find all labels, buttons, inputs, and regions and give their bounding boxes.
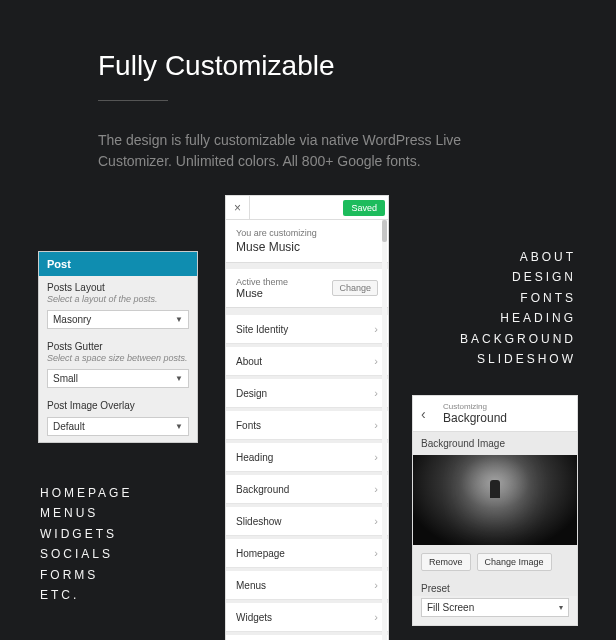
customizer-section-item[interactable]: Homepage›	[226, 538, 388, 568]
background-buttons: Remove Change Image	[413, 545, 577, 579]
post-panel-title: Post	[39, 252, 197, 276]
chevron-right-icon: ›	[374, 515, 378, 527]
active-theme-row: Active theme Muse Change	[226, 269, 388, 308]
posts-gutter-desc: Select a space size between posts.	[47, 353, 189, 363]
feature-item: MENUS	[40, 503, 132, 523]
customizer-section-item[interactable]: Fonts›	[226, 410, 388, 440]
theme-name: Muse	[236, 287, 288, 299]
feature-item: SOCIALS	[40, 544, 132, 564]
customizer-topbar: × Saved	[226, 196, 388, 220]
customizing-header: You are customizing Muse Music	[226, 220, 388, 263]
customizer-section-item[interactable]: Socials›	[226, 634, 388, 640]
chevron-right-icon: ›	[374, 355, 378, 367]
divider	[98, 100, 168, 101]
preset-label: Preset	[413, 579, 577, 596]
posts-layout-desc: Select a layout of the posts.	[47, 294, 189, 304]
post-overlay-section: Post Image Overlay	[39, 394, 197, 413]
customizing-label: Customizing	[443, 402, 507, 411]
chevron-right-icon: ›	[374, 451, 378, 463]
page-title: Fully Customizable	[98, 50, 335, 82]
close-button[interactable]: ×	[226, 196, 250, 220]
customizer-panel: × Saved You are customizing Muse Music A…	[225, 195, 389, 640]
post-overlay-value: Default	[53, 421, 85, 432]
preset-value: Fill Screen	[427, 602, 474, 613]
chevron-right-icon: ›	[374, 483, 378, 495]
feature-item: FONTS	[460, 288, 576, 308]
customizer-section-item[interactable]: About›	[226, 346, 388, 376]
section-label: Widgets	[236, 612, 272, 623]
chevron-right-icon: ›	[374, 611, 378, 623]
posts-layout-section: Posts Layout Select a layout of the post…	[39, 276, 197, 306]
customizer-section-item[interactable]: Heading›	[226, 442, 388, 472]
features-left: HOMEPAGEMENUSWIDGETSSOCIALSFORMSETC.	[40, 483, 132, 605]
chevron-right-icon: ›	[374, 579, 378, 591]
chevron-right-icon: ›	[374, 387, 378, 399]
background-panel-header: ‹ Customizing Background	[413, 396, 577, 432]
site-title: Muse Music	[236, 240, 378, 254]
feature-item: FORMS	[40, 565, 132, 585]
section-label: Fonts	[236, 420, 261, 431]
customizer-section-item[interactable]: Site Identity›	[226, 314, 388, 344]
posts-layout-label: Posts Layout	[47, 282, 189, 293]
posts-layout-select[interactable]: Masonry ▼	[47, 310, 189, 329]
chevron-right-icon: ›	[374, 547, 378, 559]
background-title: Background	[443, 411, 507, 425]
chevron-right-icon: ›	[374, 323, 378, 335]
section-label: Menus	[236, 580, 266, 591]
feature-item: WIDGETS	[40, 524, 132, 544]
remove-button[interactable]: Remove	[421, 553, 471, 571]
customizer-section-list: Site Identity›About›Design›Fonts›Heading…	[226, 314, 388, 640]
change-image-button[interactable]: Change Image	[477, 553, 552, 571]
customizer-section-item[interactable]: Design›	[226, 378, 388, 408]
feature-item: ETC.	[40, 585, 132, 605]
background-panel: ‹ Customizing Background Background Imag…	[412, 395, 578, 626]
section-label: Slideshow	[236, 516, 282, 527]
post-settings-panel: Post Posts Layout Select a layout of the…	[38, 251, 198, 443]
background-image-preview[interactable]	[413, 455, 577, 545]
posts-gutter-label: Posts Gutter	[47, 341, 189, 352]
active-theme-label: Active theme	[236, 277, 288, 287]
section-label: Homepage	[236, 548, 285, 559]
feature-item: HOMEPAGE	[40, 483, 132, 503]
feature-item: DESIGN	[460, 267, 576, 287]
scrollbar[interactable]	[382, 220, 387, 640]
customizer-section-item[interactable]: Slideshow›	[226, 506, 388, 536]
customizer-section-item[interactable]: Background›	[226, 474, 388, 504]
section-label: Site Identity	[236, 324, 288, 335]
back-button[interactable]: ‹	[421, 406, 435, 422]
section-label: Heading	[236, 452, 273, 463]
post-overlay-select[interactable]: Default ▼	[47, 417, 189, 436]
you-are-customizing-label: You are customizing	[236, 228, 378, 238]
caret-down-icon: ▼	[175, 374, 183, 383]
customizer-section-item[interactable]: Widgets›	[226, 602, 388, 632]
features-right: ABOUTDESIGNFONTSHEADINGBACKGROUNDSLIDESH…	[460, 247, 576, 369]
caret-down-icon: ▼	[175, 422, 183, 431]
post-overlay-label: Post Image Overlay	[47, 400, 189, 411]
posts-gutter-section: Posts Gutter Select a space size between…	[39, 335, 197, 365]
feature-item: ABOUT	[460, 247, 576, 267]
page-subtitle: The design is fully customizable via nat…	[98, 130, 538, 172]
section-label: About	[236, 356, 262, 367]
background-image-label: Background Image	[413, 432, 577, 455]
preset-select[interactable]: Fill Screen ▾	[421, 598, 569, 617]
scrollbar-thumb[interactable]	[382, 220, 387, 242]
posts-gutter-select[interactable]: Small ▼	[47, 369, 189, 388]
chevron-right-icon: ›	[374, 419, 378, 431]
change-theme-button[interactable]: Change	[332, 280, 378, 296]
posts-gutter-value: Small	[53, 373, 78, 384]
feature-item: BACKGROUND	[460, 329, 576, 349]
saved-button[interactable]: Saved	[343, 200, 385, 216]
feature-item: SLIDESHOW	[460, 349, 576, 369]
posts-layout-value: Masonry	[53, 314, 91, 325]
caret-down-icon: ▾	[559, 603, 563, 612]
caret-down-icon: ▼	[175, 315, 183, 324]
section-label: Design	[236, 388, 267, 399]
feature-item: HEADING	[460, 308, 576, 328]
customizer-section-item[interactable]: Menus›	[226, 570, 388, 600]
section-label: Background	[236, 484, 289, 495]
